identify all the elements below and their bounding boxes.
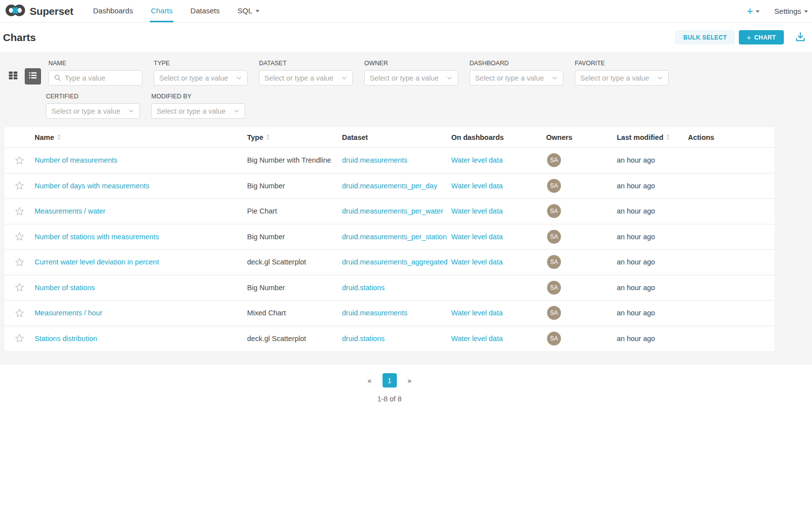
dataset-link[interactable]: druid.measurements_aggregated <box>342 258 448 266</box>
chart-name-link[interactable]: Number of days with measurements <box>35 182 149 190</box>
chart-name-link[interactable]: Number of stations with measurements <box>35 233 159 241</box>
card-view-toggle[interactable] <box>7 71 19 83</box>
filter-select: TYPE Select or type a value <box>154 60 248 86</box>
filter-select-control[interactable]: Select or type a value <box>151 103 245 119</box>
next-page-button[interactable]: » <box>408 377 412 385</box>
chart-type: Big Number <box>247 284 342 292</box>
current-page-button[interactable]: 1 <box>383 373 397 388</box>
dashboard-link[interactable]: Water level data <box>451 182 503 190</box>
main-nav: Dashboards Charts Datasets SQL <box>84 0 268 22</box>
owner-avatar[interactable]: SA <box>547 255 561 269</box>
last-modified: an hour ago <box>617 207 688 215</box>
owner-avatar[interactable]: SA <box>547 230 561 244</box>
filter-select-control[interactable]: Select or type a value <box>259 70 353 86</box>
filter-select-control[interactable]: Select or type a value <box>364 70 458 86</box>
previous-page-button[interactable]: « <box>368 377 372 385</box>
dashboard-link[interactable]: Water level data <box>451 156 503 164</box>
nav-item-datasets[interactable]: Datasets <box>189 0 220 22</box>
chevron-down-icon <box>236 75 242 81</box>
new-item-menu[interactable]: + <box>747 6 760 17</box>
filter-label: DATASET <box>259 60 353 67</box>
dataset-link[interactable]: druid.measurements <box>342 309 407 317</box>
favorite-star-icon[interactable] <box>15 308 24 318</box>
favorite-star-icon[interactable] <box>15 258 24 267</box>
owner-avatar[interactable]: SA <box>547 179 561 193</box>
dataset-link[interactable]: druid.measurements <box>342 156 407 164</box>
bulk-select-button[interactable]: BULK SELECT <box>675 30 734 44</box>
charts-table: Name Type Dataset On dashboards <box>4 127 774 351</box>
nav-item-charts[interactable]: Charts <box>150 0 173 22</box>
chart-name-link[interactable]: Measurements / water <box>35 207 105 215</box>
owner-avatar[interactable]: SA <box>547 153 561 167</box>
filter-select-control[interactable]: Select or type a value <box>46 103 140 119</box>
add-chart-button[interactable]: + CHART <box>739 30 784 44</box>
chart-name-link[interactable]: Number of measurements <box>35 156 118 164</box>
superset-brand[interactable]: Superset <box>5 0 73 22</box>
chart-name-link[interactable]: Number of stations <box>35 284 95 292</box>
dataset-link[interactable]: druid.stations <box>342 335 385 343</box>
sort-icon[interactable] <box>266 134 270 140</box>
superset-logo-icon <box>5 3 26 20</box>
chart-type: Big Number with Trendline <box>247 156 342 164</box>
dataset-link[interactable]: druid.measurements_per_day <box>342 182 437 190</box>
table-header: Name Type Dataset On dashboards <box>4 127 774 147</box>
sort-icon[interactable] <box>666 134 670 140</box>
column-header[interactable]: Actions <box>688 133 774 141</box>
chevron-down-icon <box>756 10 760 13</box>
filter-label: DASHBOARD <box>470 60 563 67</box>
favorite-star-icon[interactable] <box>15 207 24 216</box>
column-header[interactable]: Last modified <box>617 133 688 141</box>
owner-avatar[interactable]: SA <box>547 281 561 295</box>
table-row: Current water level deviation in percent… <box>4 249 774 275</box>
favorite-star-icon[interactable] <box>15 156 24 165</box>
dataset-link[interactable]: druid.measurements_per_station <box>342 233 447 241</box>
dashboard-link[interactable]: Water level data <box>451 335 503 343</box>
favorite-star-icon[interactable] <box>15 334 24 343</box>
owner-avatar[interactable]: SA <box>547 306 561 320</box>
owner-avatar[interactable]: SA <box>547 332 561 346</box>
nav-item-sql[interactable]: SQL <box>237 0 260 22</box>
import-charts-button[interactable] <box>795 31 806 44</box>
column-header[interactable]: On dashboards <box>451 133 546 141</box>
dataset-link[interactable]: druid.stations <box>342 284 385 292</box>
chevron-down-icon <box>233 108 240 114</box>
favorite-star-icon[interactable] <box>15 232 24 241</box>
nav-item-dashboards[interactable]: Dashboards <box>92 0 134 22</box>
last-modified: an hour ago <box>617 335 688 343</box>
chevron-down-icon <box>256 10 259 12</box>
column-header[interactable]: Dataset <box>342 133 451 141</box>
dataset-link[interactable]: druid.measurements_per_water <box>342 207 443 215</box>
dashboard-link[interactable]: Water level data <box>451 233 503 241</box>
column-header[interactable]: Name <box>35 133 247 141</box>
filter-select-control[interactable]: Select or type a value <box>470 70 563 86</box>
filter-label: MODIFIED BY <box>151 93 245 100</box>
name-search-box[interactable] <box>48 70 142 86</box>
chart-type: Mixed Chart <box>247 309 342 317</box>
dashboard-link[interactable]: Water level data <box>451 309 503 317</box>
sort-icon[interactable] <box>57 134 61 140</box>
list-view-icon <box>28 71 38 82</box>
chart-type: deck.gl Scatterplot <box>247 258 342 266</box>
filter-select-control[interactable]: Select or type a value <box>575 70 669 86</box>
chart-name-link[interactable]: Current water level deviation in percent <box>35 258 159 266</box>
filter-select: CERTIFIED Select or type a value <box>46 93 140 119</box>
dashboard-link[interactable]: Water level data <box>451 207 503 215</box>
list-view-toggle[interactable] <box>25 68 41 85</box>
column-header[interactable]: Owners <box>546 133 617 141</box>
name-search-input[interactable] <box>65 74 137 82</box>
favorite-star-icon[interactable] <box>15 181 24 190</box>
table-row: Number of days with measurements Big Num… <box>4 173 774 199</box>
chart-name-link[interactable]: Measurements / hour <box>35 309 102 317</box>
owner-avatar[interactable]: SA <box>547 204 561 218</box>
column-header[interactable]: Type <box>247 133 342 141</box>
filter-select-control[interactable]: Select or type a value <box>154 70 248 86</box>
dashboard-link[interactable]: Water level data <box>451 258 503 266</box>
chart-name-link[interactable]: Stations distribution <box>35 335 97 343</box>
top-navbar: Superset Dashboards Charts Datasets SQL … <box>0 0 812 23</box>
table-row: Number of stations Big Number druid.stat… <box>4 275 774 301</box>
settings-menu[interactable]: Settings <box>774 7 808 15</box>
chart-type: Pie Chart <box>247 207 342 215</box>
table-body: Number of measurements Big Number with T… <box>4 147 774 351</box>
chevron-down-icon <box>341 75 347 81</box>
favorite-star-icon[interactable] <box>15 283 24 292</box>
